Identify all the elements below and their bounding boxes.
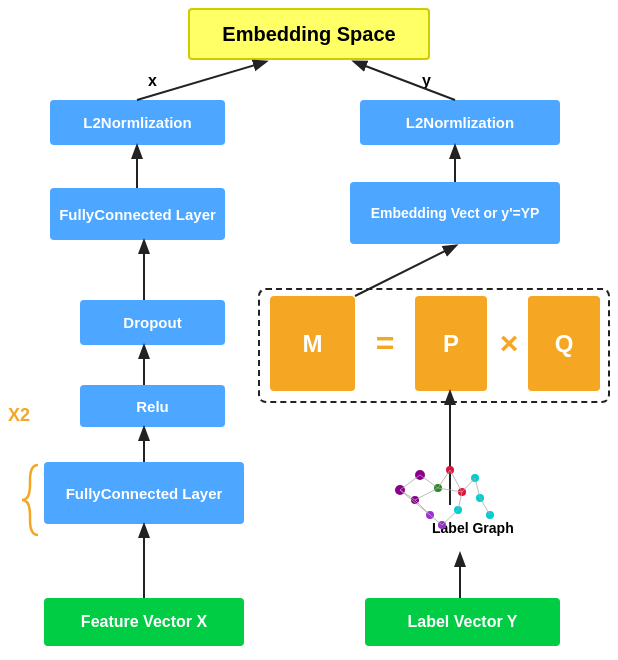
times-symbol: × [500,325,519,362]
matrix-q-label: Q [555,330,574,358]
l2norm-right-label: L2Normlization [406,114,514,131]
svg-line-30 [462,478,475,492]
times-operator: × [491,318,527,368]
svg-line-33 [480,498,490,515]
svg-point-21 [426,511,434,519]
svg-line-36 [400,490,430,515]
svg-point-15 [446,466,454,474]
fc-left-bottom-label: FullyConnected Layer [66,485,223,502]
l2norm-left-box: L2Normlization [50,100,225,145]
svg-line-25 [420,475,438,488]
svg-line-37 [415,500,430,515]
embedding-vect-box: Embedding Vect or y'=YP [350,182,560,244]
svg-line-23 [400,475,420,490]
dropout-label: Dropout [123,314,181,331]
embedding-space-box: Embedding Space [188,8,430,60]
label-graph-text: Label Graph [432,520,514,536]
fc-left-top-label: FullyConnected Layer [59,206,216,223]
dropout-box: Dropout [80,300,225,345]
svg-point-12 [415,470,425,480]
fc-left-top-box: FullyConnected Layer [50,188,225,240]
embedding-space-label: Embedding Space [222,23,395,46]
matrix-m-box: M [270,296,355,391]
svg-point-16 [458,488,466,496]
svg-point-19 [476,494,484,502]
matrix-p-box: P [415,296,487,391]
l2norm-right-box: L2Normlization [360,100,560,145]
svg-point-13 [411,496,419,504]
svg-line-31 [458,492,462,510]
svg-point-17 [454,506,462,514]
svg-point-11 [395,485,405,495]
l2norm-left-label: L2Normlization [83,114,191,131]
svg-line-32 [475,478,480,498]
matrix-m-label: M [303,330,323,358]
y-label: y [422,72,431,90]
label-vector-label: Label Vector Y [408,613,518,631]
x-label: x [148,72,157,90]
fc-left-bottom-box: FullyConnected Layer [44,462,244,524]
diagram: Embedding Space L2Normlization L2Normliz… [0,0,618,660]
svg-point-18 [471,474,479,482]
svg-line-10 [355,62,455,100]
svg-line-29 [450,470,462,492]
relu-box: Relu [80,385,225,427]
relu-label: Relu [136,398,169,415]
matrix-q-box: Q [528,296,600,391]
embedding-vect-label: Embedding Vect or y'=YP [371,205,540,221]
svg-line-28 [438,488,462,492]
svg-line-27 [438,470,450,488]
svg-line-24 [400,490,415,500]
feature-vector-box: Feature Vector X [44,598,244,646]
label-vector-box: Label Vector Y [365,598,560,646]
svg-line-26 [415,488,438,500]
equals-operator: = [360,318,410,368]
feature-vector-label: Feature Vector X [81,613,207,631]
svg-point-20 [486,511,494,519]
x2-brace-label: X2 [8,405,30,426]
matrix-p-label: P [443,330,459,358]
equals-symbol: = [376,325,395,362]
svg-point-14 [434,484,442,492]
